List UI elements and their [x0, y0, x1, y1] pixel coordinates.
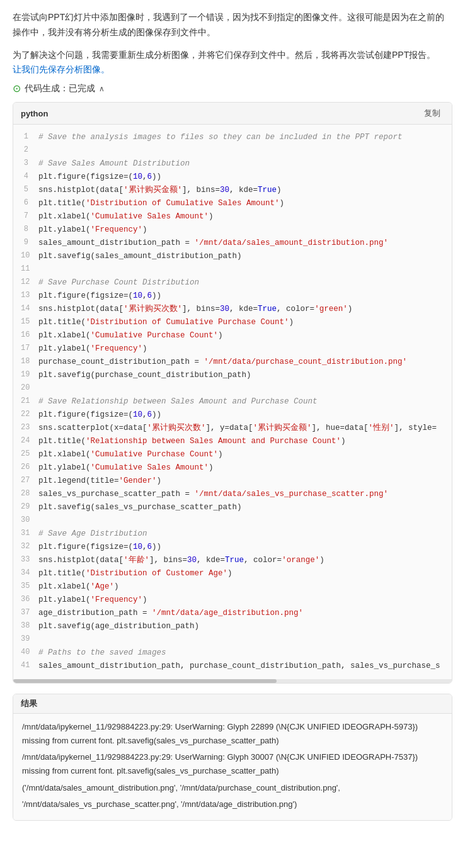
- result-line-4: '/mnt/data/sales_vs_purchase_scatter.png…: [22, 798, 443, 811]
- code-line: 7 plt.xlabel('Cumulative Sales Amount'): [13, 210, 452, 223]
- code-line: 33 sns.histplot(data['年龄'], bins=30, kde…: [13, 554, 452, 567]
- code-line: 2: [13, 144, 452, 157]
- code-line: 10 plt.savefig(sales_amount_distribution…: [13, 250, 452, 263]
- code-line: 37 age_distribution_path = '/mnt/data/ag…: [13, 607, 452, 620]
- code-line: 4 plt.figure(figsize=(10,6)): [13, 171, 452, 184]
- code-line: 26 plt.ylabel('Cumulative Sales Amount'): [13, 461, 452, 475]
- code-line: 3 # Save Sales Amount Distribution: [13, 157, 452, 171]
- code-line: 8 plt.ylabel('Frequency'): [13, 223, 452, 237]
- code-line: 14 sns.histplot(data['累计购买次数'], bins=30,…: [13, 303, 452, 316]
- code-header: python 复制: [13, 103, 452, 125]
- code-line: 35 plt.xlabel('Age'): [13, 580, 452, 594]
- result-line-3: ('/mnt/data/sales_amount_distribution.pn…: [22, 781, 443, 795]
- solution-text-part1: 为了解决这个问题，我需要重新生成分析图像，并将它们保存到文件中。然后，我将再次尝…: [13, 50, 435, 60]
- code-line: 40 # Paths to the saved images: [13, 646, 452, 660]
- code-line: 38 plt.savefig(age_distribution_path): [13, 620, 452, 633]
- code-line: 34 plt.title('Distribution of Customer A…: [13, 567, 452, 580]
- code-line: 22 plt.figure(figsize=(10,6)): [13, 409, 452, 422]
- code-line: 27 plt.legend(title='Gender'): [13, 475, 452, 488]
- code-line: 6 plt.title('Distribution of Cumulative …: [13, 197, 452, 210]
- code-language-label: python: [21, 109, 48, 118]
- result-body: /mnt/data/ipykernel_11/929884223.py:29: …: [13, 714, 452, 820]
- check-circle-icon: ⊙: [13, 82, 21, 94]
- code-line: 25 plt.xlabel('Cumulative Purchase Count…: [13, 448, 452, 461]
- code-line: 24 plt.title('Relationship between Sales…: [13, 435, 452, 448]
- code-line: 29 plt.savefig(sales_vs_purchase_scatter…: [13, 501, 452, 514]
- result-line-2: /mnt/data/ipykernel_11/929884223.py:29: …: [22, 750, 443, 778]
- code-line: 18 purchase_count_distribution_path = '/…: [13, 356, 452, 369]
- code-gen-status: ⊙ 代码生成：已完成 ∧: [0, 77, 465, 102]
- code-line: 1 # Save the analysis images to files so…: [13, 131, 452, 144]
- intro-para1: 在尝试向PPT幻灯片中添加图像时，我遇到了一个错误，因为找不到指定的图像文件。这…: [0, 0, 465, 40]
- code-body: 1 # Save the analysis images to files so…: [13, 125, 452, 679]
- code-line: 12 # Save Purchase Count Distribution: [13, 276, 452, 290]
- solution-para: 为了解决这个问题，我需要重新生成分析图像，并将它们保存到文件中。然后，我将再次尝…: [0, 40, 465, 78]
- code-line: 31 # Save Age Distribution: [13, 527, 452, 541]
- status-text: 代码生成：已完成: [25, 83, 95, 94]
- result-line-1: /mnt/data/ipykernel_11/929884223.py:29: …: [22, 720, 443, 748]
- code-line: 21 # Save Relationship between Sales Amo…: [13, 395, 452, 409]
- code-line: 23 sns.scatterplot(x=data['累计购买次数'], y=d…: [13, 422, 452, 435]
- code-line: 19 plt.savefig(purchase_count_distributi…: [13, 369, 452, 382]
- code-line: 16 plt.xlabel('Cumulative Purchase Count…: [13, 329, 452, 342]
- code-line: 15 plt.title('Distribution of Cumulative…: [13, 316, 452, 329]
- code-line: 11: [13, 263, 452, 276]
- code-line: 17 plt.ylabel('Frequency'): [13, 342, 452, 356]
- result-header: 结果: [13, 694, 452, 714]
- horizontal-scrollbar[interactable]: [13, 679, 452, 683]
- code-line: 9 sales_amount_distribution_path = '/mnt…: [13, 237, 452, 250]
- code-line: 13 plt.figure(figsize=(10,6)): [13, 290, 452, 303]
- code-line: 36 plt.ylabel('Frequency'): [13, 594, 452, 607]
- code-line: 32 plt.figure(figsize=(10,6)): [13, 541, 452, 554]
- chevron-up-icon: ∧: [99, 84, 105, 93]
- code-block-container: python 复制 1 # Save the analysis images t…: [13, 102, 452, 684]
- code-line: 5 sns.histplot(data['累计购买金额'], bins=30, …: [13, 184, 452, 197]
- result-section: 结果 /mnt/data/ipykernel_11/929884223.py:2…: [13, 694, 452, 821]
- code-line: 39: [13, 633, 452, 646]
- code-line: 30: [13, 514, 452, 527]
- solution-highlight: 让我们先保存分析图像。: [13, 64, 110, 74]
- code-line: 20: [13, 382, 452, 395]
- code-line: 28 sales_vs_purchase_scatter_path = '/mn…: [13, 488, 452, 501]
- intro-section: 在尝试向PPT幻灯片中添加图像时，我遇到了一个错误，因为找不到指定的图像文件。这…: [0, 0, 465, 102]
- code-line: 41 sales_amount_distribution_path, purch…: [13, 660, 452, 673]
- scrollbar-thumb[interactable]: [13, 679, 277, 683]
- copy-button[interactable]: 复制: [420, 106, 444, 120]
